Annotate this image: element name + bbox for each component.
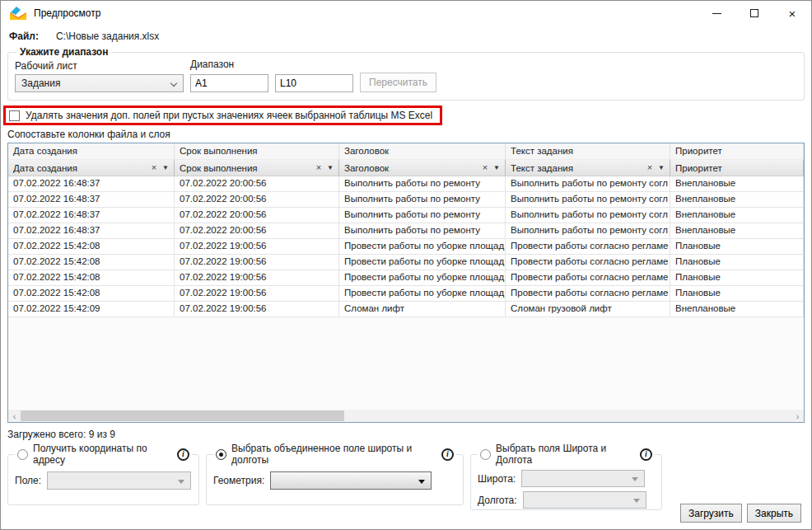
table-row[interactable]: 07.02.2022 16:48:3707.02.2022 20:00:56Вы…	[8, 176, 804, 192]
window-title: Предпросмотр	[34, 7, 100, 19]
scroll-left-icon[interactable]: ‹	[8, 410, 21, 422]
chevron-down-icon	[170, 80, 177, 87]
table-cell: Провести работы согласно регламе	[506, 255, 670, 270]
delete-values-label: Удалять значения доп. полей при пустых з…	[26, 110, 432, 121]
footer-buttons: Загрузить Закрыть	[680, 504, 801, 523]
table-row[interactable]: 07.02.2022 16:48:3707.02.2022 20:00:56Вы…	[8, 192, 804, 208]
column-header: Приоритет	[670, 143, 804, 160]
table-cell: Провести работы по уборке площад	[339, 286, 506, 301]
minimize-button[interactable]	[698, 1, 735, 26]
filter-select[interactable]: Срок выполнения×▼	[175, 160, 339, 176]
table-cell: 07.02.2022 16:48:37	[8, 176, 175, 191]
close-icon: ×	[789, 7, 796, 20]
table-cell: Сломан грузовой лифт	[506, 302, 670, 317]
worksheet-label: Рабочий лист	[15, 60, 184, 72]
range-from-input[interactable]	[190, 74, 268, 92]
radio-separate-lat-lon[interactable]	[480, 449, 491, 460]
radio-combined-lat-lon-label[interactable]: Выбрать объединенное поле широты и долго…	[231, 443, 436, 466]
table-cell: Внеплановые	[670, 192, 804, 207]
radio-coords-by-address[interactable]	[17, 449, 28, 460]
field-label: Поле:	[15, 475, 41, 486]
file-path: C:\Новые задания.xlsx	[56, 30, 159, 42]
column-header: Текст задания	[506, 143, 670, 160]
table-row[interactable]: 07.02.2022 15:42:0807.02.2022 19:00:56Пр…	[8, 239, 804, 255]
table-cell: Провести работы по уборке площад	[339, 239, 506, 254]
range-to-input[interactable]	[275, 74, 353, 92]
radio-coords-by-address-label[interactable]: Получить координаты по адресу	[33, 443, 172, 466]
close-button[interactable]: ×	[773, 1, 811, 26]
table-cell: Провести работы по уборке площад	[339, 270, 506, 285]
table-cell: Плановые	[670, 286, 804, 301]
table-cell: Выполнить работы по ремонту	[339, 208, 506, 223]
filter-selected-value: Текст задания	[511, 163, 643, 173]
filter-dropdown-icon[interactable]: ▼	[161, 165, 174, 171]
table-cell: 07.02.2022 19:00:56	[175, 239, 339, 254]
group-combined-lat-lon: Выбрать объединенное поле широты и долго…	[206, 443, 464, 505]
filter-dropdown-icon[interactable]: ▼	[492, 165, 505, 171]
table-cell: Выполнить работы по ремонту	[339, 192, 506, 207]
filter-select[interactable]: Заголовок×▼	[339, 160, 506, 176]
table-cell: Выполнить работы по ремонту	[339, 223, 506, 238]
horizontal-scrollbar[interactable]: ‹ ›	[8, 410, 804, 422]
radio-combined-lat-lon[interactable]	[216, 449, 226, 460]
coordinate-options: Получить координаты по адресу i Поле: Вы…	[7, 443, 805, 510]
table-cell: Провести работы согласно регламе	[506, 239, 670, 254]
table-cell: Выполнить работы по ремонту согл	[506, 176, 670, 191]
geometry-select[interactable]	[270, 471, 432, 490]
info-icon[interactable]: i	[177, 448, 189, 461]
maximize-button[interactable]	[735, 1, 773, 26]
filter-select[interactable]: Дата создания×▼	[8, 160, 175, 176]
table-filter-row: Дата создания×▼Срок выполнения×▼Заголово…	[8, 160, 804, 176]
radio-separate-lat-lon-label[interactable]: Выбрать поля Широта и Долгота	[496, 443, 635, 466]
table-row[interactable]: 07.02.2022 16:48:3707.02.2022 20:00:56Вы…	[8, 208, 804, 223]
longitude-select	[523, 491, 646, 509]
filter-dropdown-icon[interactable]: ▼	[656, 165, 670, 171]
table-row[interactable]: 07.02.2022 16:48:3707.02.2022 20:00:56Вы…	[8, 223, 804, 239]
table-empty-area	[8, 317, 804, 410]
table-cell: 07.02.2022 19:00:56	[175, 286, 339, 301]
mapping-instruction: Сопоставьте колонки файла и слоя	[7, 129, 805, 140]
table-cell: 07.02.2022 16:48:37	[8, 223, 175, 238]
table-cell: 07.02.2022 19:00:56	[175, 255, 339, 270]
table-cell: Провести работы по уборке площад	[339, 255, 506, 270]
dropdown-arrow-icon	[633, 499, 640, 503]
filter-clear-icon[interactable]: ×	[315, 163, 323, 172]
column-header: Заголовок	[339, 143, 506, 160]
table-cell: 07.02.2022 15:42:08	[8, 286, 175, 301]
table-row[interactable]: 07.02.2022 15:42:0807.02.2022 19:00:56Пр…	[8, 286, 804, 302]
column-header: Дата создания	[8, 143, 175, 160]
table-cell: Провести работы согласно регламе	[506, 270, 670, 285]
load-button[interactable]: Загрузить	[680, 504, 742, 523]
filter-select[interactable]: Приоритет	[670, 160, 804, 176]
dropdown-arrow-icon	[632, 477, 638, 481]
delete-values-checkbox[interactable]	[9, 110, 20, 121]
filter-clear-icon[interactable]: ×	[646, 163, 654, 172]
scroll-right-icon[interactable]: ›	[791, 410, 804, 422]
filter-clear-icon[interactable]: ×	[150, 163, 158, 172]
filter-selected-value: Приоритет	[675, 163, 803, 173]
table-row[interactable]: 07.02.2022 15:42:0807.02.2022 19:00:56Пр…	[8, 270, 804, 286]
file-label: Файл:	[9, 30, 39, 42]
worksheet-select[interactable]: Задания	[15, 74, 184, 92]
table-row[interactable]: 07.02.2022 15:42:0907.02.2022 19:00:56Сл…	[8, 302, 804, 317]
table-cell: Внеплановые	[670, 176, 804, 191]
dropdown-arrow-icon	[418, 480, 425, 484]
table-row[interactable]: 07.02.2022 15:42:0807.02.2022 19:00:56Пр…	[8, 255, 804, 270]
table-header-row: Дата созданияСрок выполненияЗаголовокТек…	[8, 143, 804, 160]
info-icon[interactable]: i	[441, 448, 454, 461]
filter-select[interactable]: Текст задания×▼	[506, 160, 670, 176]
close-dialog-button[interactable]: Закрыть	[747, 504, 801, 523]
table-cell: 07.02.2022 19:00:56	[175, 302, 339, 317]
range-groupbox: Укажите диапазон Рабочий лист Задания Ди…	[7, 46, 805, 101]
info-icon[interactable]: i	[640, 448, 652, 461]
filter-dropdown-icon[interactable]: ▼	[325, 165, 338, 171]
titlebar: Предпросмотр ×	[1, 1, 811, 26]
filter-clear-icon[interactable]: ×	[481, 163, 489, 172]
table-cell: 07.02.2022 20:00:56	[175, 176, 339, 191]
table-cell: Выполнить работы по ремонту согл	[506, 208, 670, 223]
table-cell: 07.02.2022 15:42:08	[8, 270, 175, 285]
table-cell: 07.02.2022 16:48:37	[8, 208, 175, 223]
scrollbar-thumb[interactable]	[21, 410, 344, 421]
table-cell: 07.02.2022 19:00:56	[175, 270, 339, 285]
field-label: Широта:	[478, 473, 516, 485]
